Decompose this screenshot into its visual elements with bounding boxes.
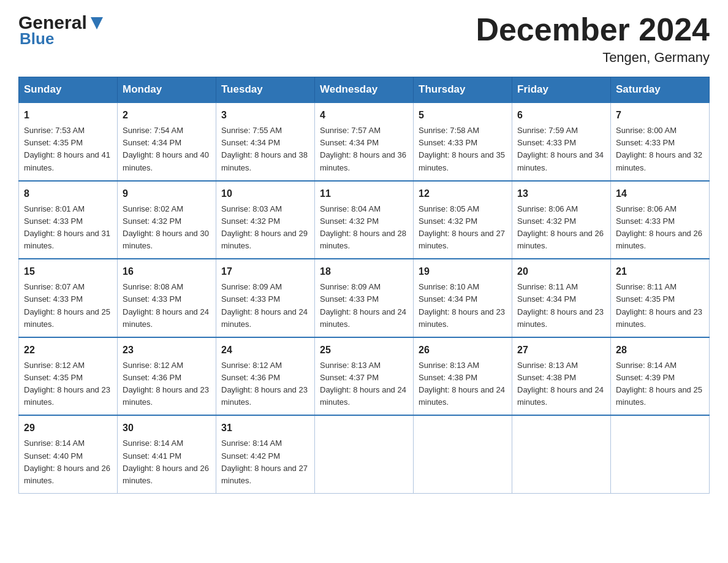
day-info: Sunrise: 7:57 AMSunset: 4:34 PMDaylight:… <box>320 124 408 174</box>
day-info: Sunrise: 8:14 AMSunset: 4:39 PMDaylight:… <box>616 359 704 409</box>
calendar-week-row-4: 22Sunrise: 8:12 AMSunset: 4:35 PMDayligh… <box>19 337 710 416</box>
day-number: 29 <box>24 421 112 435</box>
calendar-header-row: Sunday Monday Tuesday Wednesday Thursday… <box>19 77 710 103</box>
calendar-cell: 7Sunrise: 8:00 AMSunset: 4:33 PMDaylight… <box>611 102 710 181</box>
calendar-table: Sunday Monday Tuesday Wednesday Thursday… <box>18 77 710 494</box>
day-info: Sunrise: 8:14 AMSunset: 4:40 PMDaylight:… <box>24 437 112 487</box>
day-number: 20 <box>517 264 605 279</box>
logo: General Blue <box>18 12 105 48</box>
logo-triangle-icon <box>88 15 105 32</box>
col-sunday: Sunday <box>19 77 118 103</box>
calendar-cell <box>512 415 611 493</box>
calendar-cell: 4Sunrise: 7:57 AMSunset: 4:34 PMDaylight… <box>315 102 414 181</box>
calendar-cell: 11Sunrise: 8:04 AMSunset: 4:32 PMDayligh… <box>315 181 414 259</box>
calendar-cell: 6Sunrise: 7:59 AMSunset: 4:33 PMDaylight… <box>512 102 611 181</box>
day-number: 24 <box>221 343 309 358</box>
day-info: Sunrise: 8:05 AMSunset: 4:32 PMDaylight:… <box>419 203 507 253</box>
col-friday: Friday <box>512 77 611 103</box>
calendar-cell: 28Sunrise: 8:14 AMSunset: 4:39 PMDayligh… <box>611 337 710 416</box>
calendar-cell: 16Sunrise: 8:08 AMSunset: 4:33 PMDayligh… <box>118 259 216 337</box>
day-info: Sunrise: 8:07 AMSunset: 4:33 PMDaylight:… <box>24 281 112 331</box>
day-number: 10 <box>221 186 309 201</box>
calendar-week-row-5: 29Sunrise: 8:14 AMSunset: 4:40 PMDayligh… <box>19 415 710 493</box>
day-info: Sunrise: 8:13 AMSunset: 4:38 PMDaylight:… <box>419 359 507 409</box>
day-number: 2 <box>123 108 211 123</box>
day-number: 28 <box>616 343 704 358</box>
day-info: Sunrise: 8:13 AMSunset: 4:38 PMDaylight:… <box>517 359 605 409</box>
calendar-cell <box>315 415 414 493</box>
day-number: 5 <box>419 108 507 123</box>
day-info: Sunrise: 8:12 AMSunset: 4:36 PMDaylight:… <box>123 359 211 409</box>
day-number: 8 <box>24 186 112 201</box>
col-thursday: Thursday <box>414 77 512 103</box>
calendar-cell: 10Sunrise: 8:03 AMSunset: 4:32 PMDayligh… <box>216 181 315 259</box>
calendar-cell: 24Sunrise: 8:12 AMSunset: 4:36 PMDayligh… <box>216 337 315 416</box>
day-info: Sunrise: 8:06 AMSunset: 4:33 PMDaylight:… <box>616 203 704 253</box>
header: General Blue December 2024 Tengen, Germa… <box>18 12 710 66</box>
day-info: Sunrise: 7:55 AMSunset: 4:34 PMDaylight:… <box>221 124 309 174</box>
calendar-cell <box>414 415 512 493</box>
calendar-cell <box>611 415 710 493</box>
calendar-cell: 17Sunrise: 8:09 AMSunset: 4:33 PMDayligh… <box>216 259 315 337</box>
day-info: Sunrise: 7:59 AMSunset: 4:33 PMDaylight:… <box>517 124 605 174</box>
day-info: Sunrise: 8:13 AMSunset: 4:37 PMDaylight:… <box>320 359 408 409</box>
day-number: 23 <box>123 343 211 358</box>
day-info: Sunrise: 8:10 AMSunset: 4:34 PMDaylight:… <box>419 281 507 331</box>
day-info: Sunrise: 8:00 AMSunset: 4:33 PMDaylight:… <box>616 124 704 174</box>
day-number: 31 <box>221 421 309 435</box>
page-title: December 2024 <box>476 12 710 47</box>
day-info: Sunrise: 8:12 AMSunset: 4:35 PMDaylight:… <box>24 359 112 409</box>
svg-marker-0 <box>91 17 103 29</box>
day-number: 6 <box>517 108 605 123</box>
day-number: 22 <box>24 343 112 358</box>
day-number: 15 <box>24 264 112 279</box>
day-info: Sunrise: 8:04 AMSunset: 4:32 PMDaylight:… <box>320 203 408 253</box>
calendar-cell: 23Sunrise: 8:12 AMSunset: 4:36 PMDayligh… <box>118 337 216 416</box>
day-info: Sunrise: 8:14 AMSunset: 4:42 PMDaylight:… <box>221 437 309 487</box>
calendar-cell: 22Sunrise: 8:12 AMSunset: 4:35 PMDayligh… <box>19 337 118 416</box>
day-info: Sunrise: 7:58 AMSunset: 4:33 PMDaylight:… <box>419 124 507 174</box>
day-info: Sunrise: 8:14 AMSunset: 4:41 PMDaylight:… <box>123 437 211 487</box>
day-number: 26 <box>419 343 507 358</box>
calendar-cell: 15Sunrise: 8:07 AMSunset: 4:33 PMDayligh… <box>19 259 118 337</box>
col-monday: Monday <box>118 77 216 103</box>
day-info: Sunrise: 7:54 AMSunset: 4:34 PMDaylight:… <box>123 124 211 174</box>
day-number: 19 <box>419 264 507 279</box>
calendar-cell: 30Sunrise: 8:14 AMSunset: 4:41 PMDayligh… <box>118 415 216 493</box>
day-info: Sunrise: 8:08 AMSunset: 4:33 PMDaylight:… <box>123 281 211 331</box>
day-info: Sunrise: 8:11 AMSunset: 4:35 PMDaylight:… <box>616 281 704 331</box>
day-number: 18 <box>320 264 408 279</box>
day-number: 13 <box>517 186 605 201</box>
calendar-cell: 13Sunrise: 8:06 AMSunset: 4:32 PMDayligh… <box>512 181 611 259</box>
day-info: Sunrise: 8:06 AMSunset: 4:32 PMDaylight:… <box>517 203 605 253</box>
day-number: 7 <box>616 108 704 123</box>
day-number: 27 <box>517 343 605 358</box>
day-info: Sunrise: 8:09 AMSunset: 4:33 PMDaylight:… <box>221 281 309 331</box>
day-info: Sunrise: 8:11 AMSunset: 4:34 PMDaylight:… <box>517 281 605 331</box>
calendar-week-row-1: 1Sunrise: 7:53 AMSunset: 4:35 PMDaylight… <box>19 102 710 181</box>
calendar-cell: 12Sunrise: 8:05 AMSunset: 4:32 PMDayligh… <box>414 181 512 259</box>
day-number: 16 <box>123 264 211 279</box>
day-number: 1 <box>24 108 112 123</box>
day-info: Sunrise: 8:02 AMSunset: 4:32 PMDaylight:… <box>123 203 211 253</box>
day-number: 25 <box>320 343 408 358</box>
calendar-cell: 14Sunrise: 8:06 AMSunset: 4:33 PMDayligh… <box>611 181 710 259</box>
day-number: 3 <box>221 108 309 123</box>
day-number: 9 <box>123 186 211 201</box>
day-info: Sunrise: 8:09 AMSunset: 4:33 PMDaylight:… <box>320 281 408 331</box>
page: General Blue December 2024 Tengen, Germa… <box>0 0 728 512</box>
calendar-week-row-3: 15Sunrise: 8:07 AMSunset: 4:33 PMDayligh… <box>19 259 710 337</box>
logo-blue-text: Blue <box>20 29 54 48</box>
day-info: Sunrise: 8:03 AMSunset: 4:32 PMDaylight:… <box>221 203 309 253</box>
day-info: Sunrise: 8:12 AMSunset: 4:36 PMDaylight:… <box>221 359 309 409</box>
calendar-cell: 18Sunrise: 8:09 AMSunset: 4:33 PMDayligh… <box>315 259 414 337</box>
calendar-cell: 1Sunrise: 7:53 AMSunset: 4:35 PMDaylight… <box>19 102 118 181</box>
calendar-cell: 27Sunrise: 8:13 AMSunset: 4:38 PMDayligh… <box>512 337 611 416</box>
calendar-cell: 21Sunrise: 8:11 AMSunset: 4:35 PMDayligh… <box>611 259 710 337</box>
calendar-cell: 3Sunrise: 7:55 AMSunset: 4:34 PMDaylight… <box>216 102 315 181</box>
calendar-week-row-2: 8Sunrise: 8:01 AMSunset: 4:33 PMDaylight… <box>19 181 710 259</box>
calendar-cell: 19Sunrise: 8:10 AMSunset: 4:34 PMDayligh… <box>414 259 512 337</box>
col-tuesday: Tuesday <box>216 77 315 103</box>
calendar-cell: 8Sunrise: 8:01 AMSunset: 4:33 PMDaylight… <box>19 181 118 259</box>
calendar-cell: 31Sunrise: 8:14 AMSunset: 4:42 PMDayligh… <box>216 415 315 493</box>
